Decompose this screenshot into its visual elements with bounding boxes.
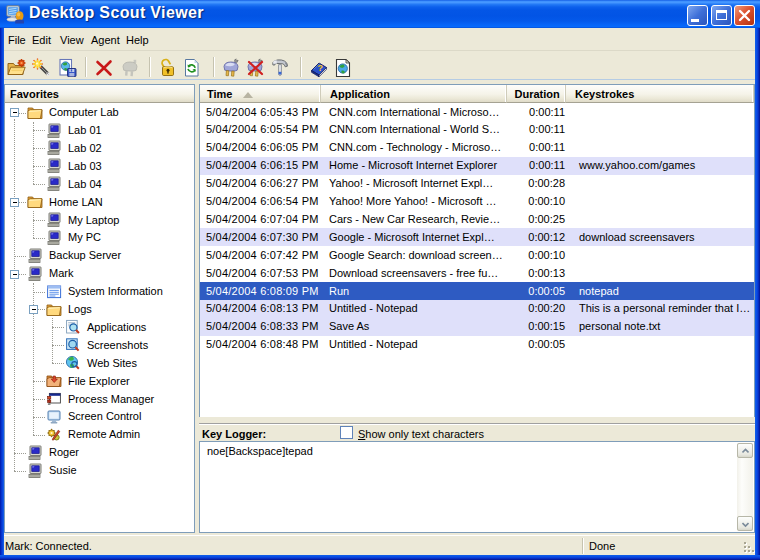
svg-text:?: ? — [318, 63, 324, 73]
